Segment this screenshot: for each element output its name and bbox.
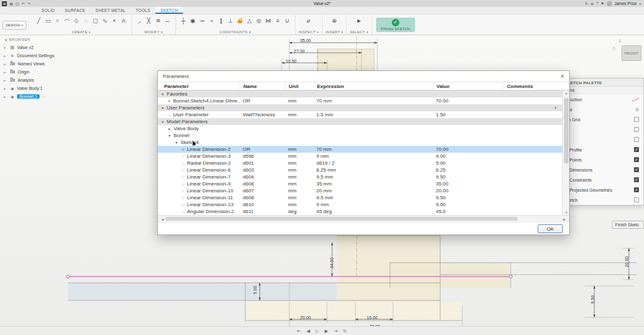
parameter-row[interactable]: ☆Linear Dimension-3d596mm9 mm9.00 xyxy=(158,153,562,160)
dimension-label[interactable]: 10.50 xyxy=(286,59,297,63)
parameter-row[interactable]: ☆Radial Dimension-2d601mmd619 / 25.00 xyxy=(158,160,562,167)
spline-icon[interactable]: ∿ xyxy=(101,16,109,26)
dimension-label[interactable]: 9.50 xyxy=(591,295,595,304)
parameter-row[interactable]: ☆Linear Dimension-6d603mm6.25 mm6.25 xyxy=(158,167,562,173)
close-icon[interactable]: × xyxy=(560,73,564,80)
star-icon[interactable]: ☆ xyxy=(181,189,185,194)
dialog-titlebar[interactable]: Parameters × xyxy=(158,71,569,82)
star-filled-icon[interactable]: ★ xyxy=(181,147,185,152)
horizontal-vertical-icon[interactable]: ┼ xyxy=(179,16,188,26)
collinear-icon[interactable]: ≡ xyxy=(274,16,282,26)
column-parameter[interactable]: Parameter xyxy=(158,82,240,90)
parameter-row[interactable]: ★Linear Dimension-2ORmm70 mm70.00 xyxy=(158,146,562,153)
point-icon[interactable]: • xyxy=(110,16,119,26)
rectangle-icon[interactable]: ▭ xyxy=(44,16,53,26)
parameter-row[interactable]: ★Bonnet.Sketch4.Linear Dime...ORmm70 mm7… xyxy=(158,97,562,104)
scroll-up-icon[interactable]: ▲ xyxy=(563,91,569,95)
parameter-row[interactable]: ☆Linear Dimension-9d606mm35 mm35.00 xyxy=(158,180,562,187)
browser-collapse-icon[interactable]: ◀ xyxy=(4,38,7,41)
measure-icon[interactable]: ⌀ xyxy=(304,16,313,26)
user-avatar[interactable] xyxy=(607,1,612,6)
show-points-checkbox[interactable]: ✓ xyxy=(634,157,639,162)
ok-button[interactable]: OK xyxy=(538,224,563,233)
fillet-icon[interactable]: ◞ xyxy=(135,16,144,26)
add-user-parameter-button[interactable]: + xyxy=(554,105,557,111)
timeline-step-forward-icon[interactable]: ▶ xyxy=(325,329,328,334)
toolbar-group-label-select[interactable]: SELECT▾ xyxy=(350,30,368,34)
circle-icon[interactable]: ○ xyxy=(53,16,62,26)
parameter-row[interactable]: ☆Linear Dimension-13d610mm9 mm9.00 xyxy=(158,201,562,208)
design-canvas[interactable]: 35.00 27.00 10.50 34.00 9.00 20.00 16.00… xyxy=(0,35,644,326)
toolbar-group-label-constraints[interactable]: CONSTRAINTS▾ xyxy=(219,30,251,34)
column-unit[interactable]: Unit xyxy=(285,82,313,90)
show-projected-geometries-checkbox[interactable]: ✓ xyxy=(634,187,639,192)
dimension-label[interactable]: 9.00 xyxy=(253,286,257,295)
activate-component-icon[interactable]: ○ xyxy=(43,95,45,99)
parameter-row[interactable]: ☆User ParameterWallThicknessmm1.5 mm1.50 xyxy=(158,111,562,118)
coincident-icon[interactable]: ◉ xyxy=(189,16,197,26)
caret-down-icon[interactable]: ▾ xyxy=(174,140,179,145)
star-filled-icon[interactable]: ★ xyxy=(167,99,171,104)
concentric-icon[interactable]: ◎ xyxy=(255,16,264,26)
finish-sketch-button[interactable]: ✓ FINISH SKETCH xyxy=(376,18,416,32)
viewcube-front-face[interactable]: FRONT xyxy=(625,52,638,55)
column-expression[interactable]: Expression xyxy=(313,82,433,90)
parameter-row[interactable]: ☆Linear Dimension-10d607mm20 mm20.00 xyxy=(158,187,562,194)
caret-right-icon[interactable]: ▸ xyxy=(4,70,8,74)
column-value[interactable]: Value xyxy=(433,82,503,90)
notifications-icon[interactable]: ⚑ xyxy=(601,1,604,6)
column-comments[interactable]: Comments xyxy=(503,82,569,90)
scroll-right-icon[interactable]: ▶ xyxy=(561,217,568,221)
sketch-grid-checkbox[interactable] xyxy=(634,117,639,122)
show-constraints-checkbox[interactable]: ✓ xyxy=(634,177,639,182)
timeline-skip-end-icon[interactable]: ⇥ xyxy=(334,329,338,334)
tab-surface[interactable]: SURFACE xyxy=(60,7,91,14)
caret-down-icon[interactable]: ▾ xyxy=(160,106,165,110)
star-icon[interactable]: ☆ xyxy=(181,195,185,200)
browser-item-bonnet-1[interactable]: ▸◉Bonnet:1○ xyxy=(1,92,70,101)
star-icon[interactable]: ☆ xyxy=(181,154,185,159)
show-dimensions-checkbox[interactable]: ✓ xyxy=(634,167,639,172)
vertical-scrollbar-thumb[interactable] xyxy=(564,98,569,163)
timeline-skip-start-icon[interactable]: ⇤ xyxy=(297,329,301,334)
home-icon[interactable]: ⌂ xyxy=(613,45,616,51)
tab-sheet-metal[interactable]: SHEET METAL xyxy=(91,7,131,14)
arc-icon[interactable]: ◠ xyxy=(63,16,72,26)
vertical-scrollbar[interactable]: ▲ ▼ xyxy=(562,91,569,215)
horizontal-scrollbar-thumb[interactable] xyxy=(165,217,518,221)
finish-sketch-side-button[interactable]: Finish Sketc xyxy=(612,221,644,229)
dimension-label[interactable]: 16.00 xyxy=(367,316,378,320)
caret-right-icon[interactable]: ▸ xyxy=(167,126,172,131)
tab-solid[interactable]: SOLID xyxy=(36,7,60,14)
star-icon[interactable]: ☆ xyxy=(181,202,185,207)
curvature-icon[interactable]: ∪ xyxy=(283,16,292,26)
horizontal-scrollbar[interactable]: ◀ ▶ xyxy=(158,215,569,222)
caret-right-icon[interactable]: ▸ xyxy=(4,54,8,58)
caret-right-icon[interactable]: ▸ xyxy=(4,79,8,82)
help-icon[interactable]: ? xyxy=(596,1,598,6)
caret-right-icon[interactable]: ▸ xyxy=(4,62,8,66)
caret-down-icon[interactable]: ▾ xyxy=(160,119,165,124)
browser-header[interactable]: ◀ BROWSER xyxy=(1,36,70,43)
toolbar-group-label-create[interactable]: CREATE▾ xyxy=(72,30,91,34)
star-icon[interactable]: ☆ xyxy=(181,182,185,187)
browser-item-valve-body-1[interactable]: ▸◉Valve Body:1 xyxy=(1,84,70,92)
star-icon[interactable]: ☆ xyxy=(167,113,171,118)
insert-icon[interactable]: ⊕ xyxy=(330,16,338,26)
browser-item-origin[interactable]: ▸Origin xyxy=(1,68,70,76)
file-icon[interactable]: ▤ xyxy=(9,1,13,6)
toolbar-group-label-insert[interactable]: INSERT▾ xyxy=(326,30,343,34)
parameter-row[interactable]: ▾Model Parameters xyxy=(158,118,562,125)
midpoint-icon[interactable]: △ xyxy=(245,16,254,26)
dimension-label[interactable]: 27.00 xyxy=(294,49,305,53)
save-icon[interactable]: ◫ xyxy=(16,1,19,6)
line-icon[interactable]: ╱ xyxy=(35,16,43,26)
star-icon[interactable]: ☆ xyxy=(181,209,185,214)
caret-right-icon[interactable]: ▸ xyxy=(4,95,8,99)
design-dropdown[interactable]: DESIGN ▾ xyxy=(3,21,26,30)
user-name[interactable]: James Price xyxy=(614,1,637,6)
document-title[interactable]: Valve v2* xyxy=(0,1,644,6)
offset-icon[interactable]: ≋ xyxy=(154,16,163,26)
job-status-icon[interactable]: ↻ xyxy=(585,1,588,6)
tangent-icon[interactable]: ⊸ xyxy=(198,16,207,26)
